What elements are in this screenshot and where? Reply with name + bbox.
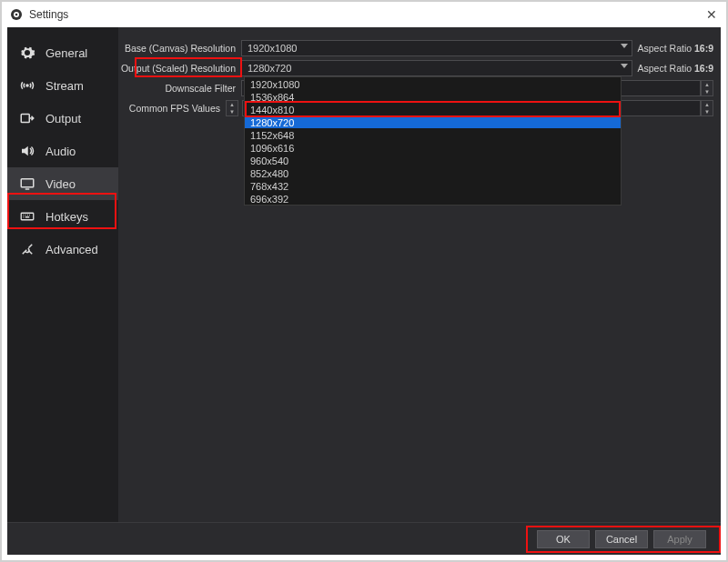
sidebar-item-label: Advanced xyxy=(46,243,98,256)
sidebar-item-label: Video xyxy=(46,177,76,191)
sidebar-item-label: Stream xyxy=(46,79,84,93)
monitor-icon xyxy=(18,175,36,193)
sidebar-item-audio[interactable]: Audio xyxy=(7,135,118,167)
content-panel: Base (Canvas) Resolution 1920x1080 Aspec… xyxy=(118,27,721,522)
keyboard-icon xyxy=(18,207,36,226)
base-resolution-label: Base (Canvas) Resolution xyxy=(118,43,241,54)
dropdown-option[interactable]: 1152x648 xyxy=(245,128,621,141)
resolution-dropdown-list[interactable]: 1920x10801536x8641440x8101280x7201152x64… xyxy=(244,76,622,206)
dropdown-option[interactable]: 1920x1080 xyxy=(245,77,621,90)
dropdown-option[interactable]: 1096x616 xyxy=(245,141,621,154)
sidebar-item-label: Audio xyxy=(46,145,76,158)
window-body: General Stream Output xyxy=(7,27,721,555)
sidebar-item-stream[interactable]: Stream xyxy=(7,69,118,102)
svg-rect-4 xyxy=(21,115,29,123)
spinner-control[interactable]: ▲▼ xyxy=(701,80,713,96)
fps-mode-spinner[interactable]: ▲▼ xyxy=(226,100,238,116)
window-title: Settings xyxy=(29,8,68,21)
sidebar-item-general[interactable]: General xyxy=(7,36,118,69)
cancel-button[interactable]: Cancel xyxy=(595,530,648,548)
sidebar: General Stream Output xyxy=(7,27,118,522)
sidebar-item-label: General xyxy=(46,46,87,60)
svg-rect-5 xyxy=(21,179,34,187)
ok-button[interactable]: OK xyxy=(537,530,590,548)
chevron-down-icon xyxy=(621,44,628,48)
sidebar-item-video[interactable]: Video xyxy=(7,167,118,200)
base-resolution-value: 1920x1080 xyxy=(248,43,297,54)
output-resolution-field[interactable]: 1280x720 xyxy=(241,60,632,76)
fps-value-spinner[interactable]: ▲▼ xyxy=(701,100,713,116)
sidebar-item-hotkeys[interactable]: Hotkeys xyxy=(7,200,118,233)
sidebar-item-label: Hotkeys xyxy=(46,210,88,224)
gear-icon xyxy=(18,44,36,62)
tools-icon xyxy=(18,240,36,258)
dropdown-option[interactable]: 1536x864 xyxy=(245,90,621,103)
audio-icon xyxy=(18,142,36,160)
dropdown-option[interactable]: 960x540 xyxy=(245,154,621,166)
dropdown-option[interactable]: 696x392 xyxy=(245,192,621,205)
apply-button[interactable]: Apply xyxy=(653,530,706,548)
aspect-ratio-label: Aspect Ratio 16:9 xyxy=(638,43,713,54)
close-icon[interactable]: ✕ xyxy=(706,7,717,22)
downscale-filter-label: Downscale Filter xyxy=(118,83,241,94)
sidebar-item-output[interactable]: Output xyxy=(7,102,118,135)
base-resolution-field[interactable]: 1920x1080 xyxy=(241,40,632,56)
footer: OK Cancel Apply xyxy=(7,522,721,555)
chevron-down-icon xyxy=(621,64,628,68)
settings-window: Settings ✕ General Stream xyxy=(0,0,728,562)
app-icon xyxy=(9,7,24,22)
broadcast-icon xyxy=(18,76,36,95)
dropdown-option[interactable]: 768x432 xyxy=(245,179,621,192)
output-resolution-label: Output (Scaled) Resolution xyxy=(118,63,241,74)
svg-rect-6 xyxy=(21,213,34,220)
sidebar-item-advanced[interactable]: Advanced xyxy=(7,233,118,266)
svg-point-3 xyxy=(26,85,28,86)
output-resolution-value: 1280x720 xyxy=(248,63,291,74)
sidebar-item-label: Output xyxy=(46,112,81,125)
dropdown-option[interactable]: 852x480 xyxy=(245,166,621,179)
output-icon xyxy=(18,109,36,127)
svg-point-2 xyxy=(15,14,18,16)
dropdown-option[interactable]: 1440x810 xyxy=(245,103,621,115)
fps-label: Common FPS Values xyxy=(118,103,226,114)
aspect-ratio-label: Aspect Ratio 16:9 xyxy=(638,63,713,74)
titlebar: Settings ✕ xyxy=(2,2,726,27)
dropdown-option[interactable]: 1280x720 xyxy=(245,115,621,128)
